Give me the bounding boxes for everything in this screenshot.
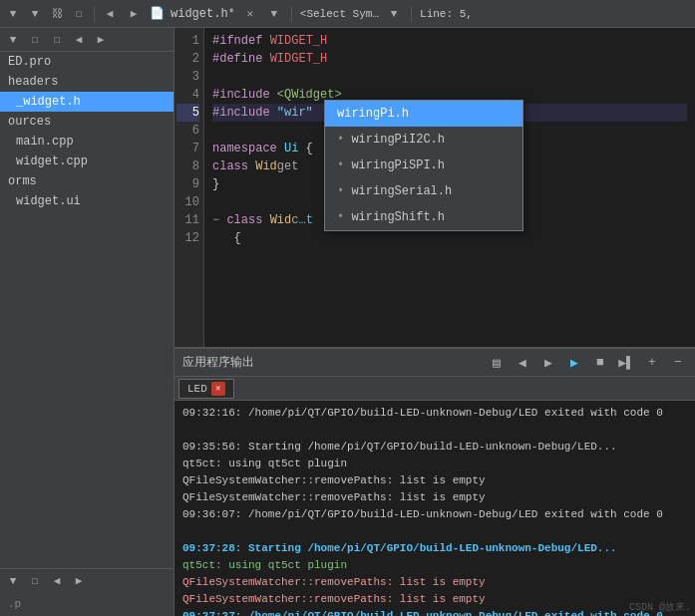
output-line-10: QFileSystemWatcher::removePaths: list is… [182,574,687,591]
code-line-2: #define WIDGET_H [212,50,687,68]
sidebar-bottom-btn-2[interactable]: ☐ [26,572,44,590]
tab-close-btn[interactable]: ✕ [241,5,259,23]
toolbar-btn-1[interactable]: ▼ [4,5,22,23]
line-numbers: 1 2 3 4 5 6 7 8 9 10 11 12 [174,28,204,347]
sidebar-bottom-toolbar: ▼ ☐ ◀ ▶ [0,568,174,592]
sidebar-item-widget-ui[interactable]: widget.ui [0,191,174,211]
sidebar-item-edpro[interactable]: ED.pro [0,52,174,72]
file-icon: 📄 [149,6,165,22]
sidebar-btn-1[interactable]: ▼ [4,31,22,49]
watermark: CSDN @故来. [629,600,691,614]
output-line-5: QFileSystemWatcher::removePaths: list is… [182,489,687,506]
autocomplete-item-3[interactable]: wiringSerial.h [325,178,522,204]
sidebar-bottom-label: .p [0,592,174,616]
output-line-3: qt5ct: using qt5ct plugin [182,456,687,472]
bottom-panel-toolbar: 应用程序输出 ▤ ◀ ▶ ▶ ■ ▶▌ + − [174,349,695,377]
output-btn-next[interactable]: ▶▌ [617,354,635,372]
sidebar-toolbar: ▼ ☐ ☐ ◀ ▶ [0,28,174,52]
output-line-0: 09:32:16: /home/pi/QT/GPIO/build-LED-unk… [182,405,687,422]
output-line-6: 09:36:07: /home/pi/QT/GPIO/build-LED-unk… [182,506,687,523]
code-line-1: #ifndef WIDGET_H [212,32,687,50]
code-line-3 [212,68,687,86]
output-line-1 [182,422,687,439]
output-line-7 [182,523,687,540]
output-btn-back[interactable]: ◀ [514,354,531,372]
output-title: 应用程序输出 [182,354,254,371]
sidebar-item-widget-cpp[interactable]: widget.cpp [0,152,174,171]
output-tab-label: LED [187,383,207,395]
output-btn-stop[interactable]: ■ [591,354,609,372]
sidebar-btn-5[interactable]: ▶ [92,31,110,49]
sidebar-item-headers[interactable]: headers [0,72,174,92]
sym-dropdown[interactable]: ▼ [385,5,403,23]
output-line-11: QFileSystemWatcher::removePaths: list is… [182,591,687,608]
editor-area: 1 2 3 4 5 6 7 8 9 10 11 12 [174,28,695,347]
sidebar-bottom-btn-1[interactable]: ▼ [4,572,22,590]
sidebar-bottom-btn-4[interactable]: ▶ [70,572,88,590]
output-line-9: qt5ct: using qt5ct plugin [182,557,687,574]
output-tab-led[interactable]: LED ✕ [178,379,234,399]
line-info: Line: 5, [420,8,473,20]
sidebar-item-forms[interactable]: orms [0,171,174,191]
output-tab-close[interactable]: ✕ [211,382,225,396]
code-line-12: { [212,229,687,247]
output-line-8: 09:37:28: Starting /home/pi/QT/GPIO/buil… [182,540,687,557]
output-btn-1[interactable]: ▤ [488,354,506,372]
output-btn-minus[interactable]: − [669,354,687,372]
toolbar-nav-fwd[interactable]: ▶ [125,5,143,23]
output-tabs: LED ✕ [174,377,695,401]
tab-dropdown[interactable]: ▼ [265,5,283,23]
sidebar-item-main-cpp[interactable]: main.cpp [0,132,174,152]
code-content[interactable]: #ifndef WIDGET_H #define WIDGET_H #inclu… [204,28,695,347]
autocomplete-item-4[interactable]: wiringShift.h [325,204,522,230]
content-area: 1 2 3 4 5 6 7 8 9 10 11 12 [174,28,695,616]
toolbar-btn-box[interactable]: ☐ [70,5,88,23]
output-line-4: QFileSystemWatcher::removePaths: list is… [182,472,687,489]
sidebar-btn-4[interactable]: ◀ [70,31,88,49]
sidebar-bottom-btn-3[interactable]: ◀ [48,572,66,590]
autocomplete-item-0[interactable]: wiringPi.h [325,101,522,127]
output-btn-run[interactable]: ▶ [565,354,583,372]
autocomplete-item-1[interactable]: wiringPiI2C.h [325,127,522,153]
sidebar-btn-3[interactable]: ☐ [48,31,66,49]
sidebar-item-widget-h[interactable]: _widget.h [0,92,174,112]
output-content[interactable]: 09:32:16: /home/pi/QT/GPIO/build-LED-unk… [174,401,695,616]
toolbar-btn-filter[interactable]: ▼ [26,5,44,23]
sidebar-btn-2[interactable]: ☐ [26,31,44,49]
output-line-12: 09:37:37: /home/pi/QT/GPIO/build-LED-unk… [182,608,687,616]
sidebar: ▼ ☐ ☐ ◀ ▶ ED.pro headers _widget.h ource… [0,28,174,616]
output-btn-plus[interactable]: + [643,354,661,372]
toolbar-nav-back[interactable]: ◀ [101,5,119,23]
output-btn-fwd[interactable]: ▶ [539,354,557,372]
autocomplete-item-2[interactable]: wiringPiSPI.h [325,153,522,178]
toolbar-btn-link[interactable]: ⛓ [48,5,66,23]
select-sym-label[interactable]: <Select Sym… [300,8,379,20]
top-toolbar: ▼ ▼ ⛓ ☐ ◀ ▶ 📄 widget.h* ✕ ▼ <Select Sym…… [0,0,695,28]
output-line-2: 09:35:56: Starting /home/pi/QT/GPIO/buil… [182,439,687,456]
autocomplete-dropdown[interactable]: wiringPi.h wiringPiI2C.h wiringPiSPI.h w… [324,100,523,231]
editor-tab-label[interactable]: widget.h* [171,7,235,21]
sidebar-item-sources[interactable]: ources [0,112,174,132]
bottom-panel: 应用程序输出 ▤ ◀ ▶ ▶ ■ ▶▌ + − LED [174,347,695,616]
